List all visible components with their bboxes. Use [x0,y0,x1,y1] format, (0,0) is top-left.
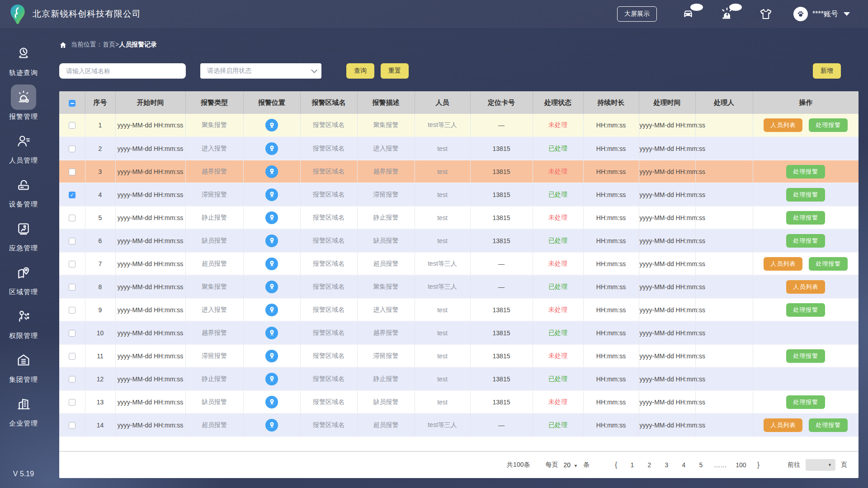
row-checkbox[interactable] [69,145,75,152]
account-label[interactable]: ****账号 [812,9,838,19]
row-checkbox[interactable] [69,261,75,267]
handle-alarm-button[interactable]: 处理报警 [809,418,848,432]
cell-status: 已处理 [533,413,583,436]
select-all-checkbox[interactable] [69,100,75,107]
page-number[interactable]: …… [714,461,726,469]
cell-alarm-type: 进入报警 [185,137,243,160]
page-number[interactable]: 4 [679,461,688,469]
home-icon[interactable] [59,41,67,49]
add-button[interactable]: 新增 [813,63,841,79]
location-pin-icon[interactable] [265,188,278,201]
search-button[interactable]: 查询 [346,63,374,79]
row-checkbox[interactable] [69,422,75,429]
chevron-down-icon[interactable] [844,12,850,16]
row-checkbox[interactable] [69,376,75,383]
cell-select [59,229,85,252]
location-pin-icon[interactable] [265,396,278,408]
page-number[interactable]: 100 [736,461,746,469]
handle-alarm-button[interactable]: 处理报警 [786,395,825,409]
reset-button[interactable]: 重置 [381,63,409,79]
cell-handle-time: yyyy-MM-dd HH:mm:ss [639,321,695,344]
location-pin-icon[interactable] [265,258,278,270]
handle-alarm-button[interactable]: 处理报警 [786,234,825,248]
person-list-button[interactable]: 人员列表 [786,280,825,294]
page-number[interactable]: 3 [662,461,670,469]
sidebar-item-alarm-management[interactable]: 报警管理 [0,84,47,121]
sidebar-item-region[interactable]: 区域管理 [0,260,47,296]
row-checkbox[interactable] [69,307,75,314]
handle-alarm-button[interactable]: 处理报警 [786,211,825,225]
row-checkbox[interactable] [69,122,75,129]
person-list-button[interactable]: 人员列表 [764,118,802,132]
page-number[interactable]: 1 [628,461,636,469]
column-header-index: 序号 [85,91,115,114]
device-icon [11,172,36,197]
location-pin-icon[interactable] [265,142,278,155]
cell-area-name: 报警区域名 [300,137,357,160]
cell-person: test等三人 [415,114,470,137]
goto-page-select[interactable] [806,459,835,471]
cell-duration: HH:mm:ss [583,298,639,321]
location-pin-icon[interactable] [265,327,278,339]
row-checkbox[interactable] [69,330,75,337]
handle-alarm-button[interactable]: 处理报警 [786,303,825,317]
big-screen-button[interactable]: 大屏展示 [617,6,657,22]
sidebar-item-permission[interactable]: 权限管理 [0,304,47,340]
alarm-siren-icon[interactable] [719,7,735,21]
sidebar-item-group[interactable]: 集团管理 [0,347,47,384]
page-number[interactable]: 5 [697,461,705,469]
handle-alarm-button[interactable]: 处理报警 [786,349,825,363]
cell-start-time: yyyy-MM-dd HH:mm:ss [115,160,185,183]
map-pin-glyph [269,168,275,175]
cell-start-time: yyyy-MM-dd HH:mm:ss [115,413,185,436]
sidebar-item-emergency[interactable]: 应急管理 [0,216,47,253]
cell-alarm-location [243,275,300,298]
status-select[interactable]: 请选择启用状态 [200,63,321,79]
cell-index: 6 [85,229,115,252]
location-pin-icon[interactable] [265,165,278,178]
row-checkbox[interactable] [69,353,75,360]
area-name-input[interactable] [59,63,186,79]
cell-duration: HH:mm:ss [583,252,639,275]
sidebar-item-personnel[interactable]: 人员管理 [0,128,47,165]
status-badge: 未处理 [548,168,567,175]
handle-alarm-button[interactable]: 处理报警 [786,188,825,202]
next-page-button[interactable]: } [757,461,760,469]
user-avatar[interactable] [793,7,808,21]
prev-page-button[interactable]: { [615,461,617,469]
sidebar-item-trajectory[interactable]: 轨迹查询 [0,41,47,77]
person-list-button[interactable]: 人员列表 [764,418,802,432]
vehicle-icon[interactable] [680,7,696,21]
location-pin-icon[interactable] [265,281,278,293]
location-pin-icon[interactable] [265,119,278,131]
cell-status: 已处理 [533,137,583,160]
row-checkbox[interactable] [69,284,75,291]
location-pin-icon[interactable] [265,304,278,316]
page-number[interactable]: 2 [645,461,653,469]
handle-alarm-button[interactable]: 处理报警 [786,165,825,178]
row-checkbox[interactable] [69,399,75,406]
row-checkbox[interactable] [69,169,75,175]
handle-alarm-button[interactable]: 处理报警 [809,257,848,271]
location-pin-icon[interactable] [265,419,278,432]
location-pin-icon[interactable] [265,350,278,362]
top-header-bar: 北京新锐科创科技有限公司 大屏展示 ****账号 [0,0,868,28]
location-pin-icon[interactable] [265,373,278,385]
row-checkbox[interactable] [69,192,75,198]
map-pin-glyph [269,306,275,313]
tshirt-icon[interactable] [758,7,774,21]
cell-duration: HH:mm:ss [583,206,639,229]
row-checkbox[interactable] [69,238,75,244]
location-pin-icon[interactable] [265,235,278,247]
handle-alarm-button[interactable]: 处理报警 [809,118,848,132]
row-checkbox[interactable] [69,215,75,221]
cell-select [59,160,85,183]
location-pin-icon[interactable] [265,211,278,224]
app-version: V 5.19 [13,470,34,488]
sidebar-item-enterprise[interactable]: 企业管理 [0,391,47,428]
cell-area-name: 报警区域名 [300,413,357,436]
page-size-select[interactable]: 20 [563,461,578,469]
sidebar-item-device[interactable]: 设备管理 [0,172,47,209]
person-list-button[interactable]: 人员列表 [764,257,802,271]
cell-area-name: 报警区域名 [300,252,357,275]
